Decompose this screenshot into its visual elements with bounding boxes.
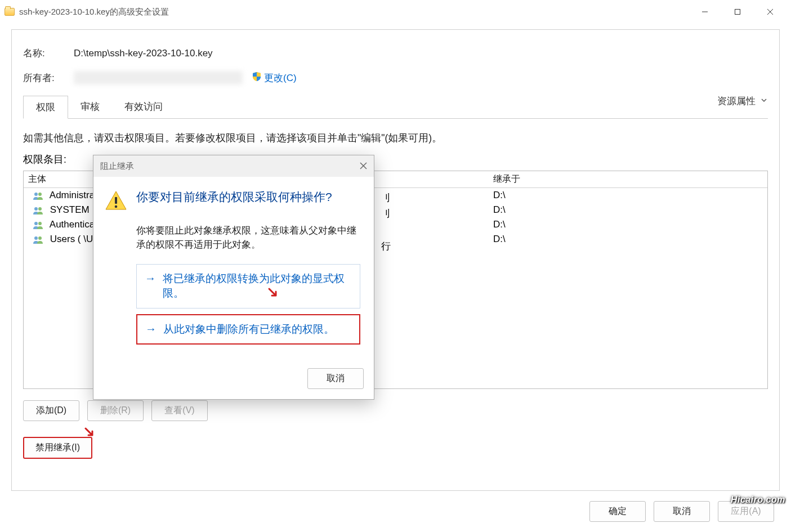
svg-point-6 [34, 207, 38, 211]
svg-point-8 [34, 222, 38, 225]
partial-cell: 刂 [381, 191, 391, 204]
svg-point-15 [115, 205, 118, 208]
change-owner-link[interactable]: 更改(C) [264, 71, 297, 84]
svg-point-7 [38, 207, 42, 211]
remove-button: 删除(R) [87, 400, 144, 421]
tabs: 权限 审核 有效访问 [23, 96, 768, 119]
option-text: 从此对象中删除所有已继承的权限。 [163, 322, 334, 337]
window-controls [689, 1, 786, 23]
svg-point-4 [34, 193, 38, 196]
option-text: 将已继承的权限转换为此对象的显式权限。 [163, 271, 352, 301]
name-field: 名称: D:\temp\ssh-key-2023-10-10.key [23, 47, 768, 60]
users-icon [33, 221, 44, 230]
maximize-button[interactable] [721, 1, 754, 23]
modal-close-button[interactable] [360, 162, 367, 171]
titlebar: ssh-key-2023-10-10.key的高级安全设置 [0, 0, 791, 24]
view-button: 查看(V) [151, 400, 208, 421]
svg-point-10 [34, 236, 38, 240]
resource-attributes-toggle[interactable]: 资源属性 [717, 95, 768, 108]
ok-button[interactable]: 确定 [589, 501, 646, 522]
name-label: 名称: [23, 47, 74, 60]
users-icon [33, 191, 44, 200]
arrow-right-icon: → [145, 272, 156, 285]
inherit-cell: D:\ [491, 204, 767, 216]
tab-effective-access[interactable]: 有效访问 [112, 96, 175, 119]
inherit-cell: D:\ [491, 219, 767, 230]
users-icon [33, 206, 44, 215]
svg-point-9 [38, 222, 42, 225]
owner-field: 所有者: 更改(C) [23, 71, 768, 84]
inherit-cell: D:\ [491, 234, 767, 245]
col-inherited-from[interactable]: 继承于 [491, 173, 767, 185]
info-text: 如需其他信息，请双击权限项目。若要修改权限项目，请选择该项目并单击"编辑"(如果… [23, 131, 768, 145]
close-button[interactable] [754, 1, 786, 23]
shield-icon [252, 71, 262, 84]
watermark: Hicairo.com [731, 495, 785, 505]
svg-point-11 [38, 236, 42, 240]
svg-point-5 [38, 193, 42, 196]
tab-permissions[interactable]: 权限 [23, 96, 68, 119]
tab-audit[interactable]: 审核 [68, 96, 112, 119]
name-value: D:\temp\ssh-key-2023-10-10.key [74, 48, 213, 59]
window-title: ssh-key-2023-10-10.key的高级安全设置 [19, 7, 169, 17]
arrow-right-icon: → [145, 323, 157, 336]
minimize-button[interactable] [689, 1, 721, 23]
modal-description: 你将要阻止此对象继承权限，这意味着从父对象中继承的权限不再适用于此对象。 [136, 223, 360, 252]
modal-title: 阻止继承 [100, 161, 134, 172]
principal-name: Users ( \U [50, 234, 93, 244]
option-convert-permissions[interactable]: → 将已继承的权限转换为此对象的显式权限。 [136, 264, 360, 309]
chevron-down-icon [760, 96, 768, 107]
disable-inheritance-button[interactable]: 禁用继承(I) [23, 437, 92, 459]
owner-label: 所有者: [23, 71, 74, 84]
owner-value-redacted [74, 71, 243, 84]
principal-name: SYSTEM [50, 204, 90, 215]
resource-attr-label: 资源属性 [717, 95, 756, 108]
modal-titlebar: 阻止继承 [93, 155, 374, 177]
inherit-row: 禁用继承(I) [23, 437, 768, 459]
cancel-button[interactable]: 取消 [654, 501, 710, 522]
folder-icon [5, 8, 15, 16]
warning-icon [105, 190, 127, 213]
svg-rect-14 [115, 197, 117, 204]
add-button[interactable]: 添加(D) [23, 400, 79, 421]
partial-cell: 刂 [381, 207, 391, 220]
svg-rect-1 [735, 10, 740, 15]
block-inheritance-dialog: 阻止继承 你要对目前继承的权限采取何种操作? 你将要阻止此对象继承权限，这意味着… [93, 155, 374, 400]
inherit-cell: D:\ [491, 190, 767, 201]
action-buttons: 添加(D) 删除(R) 查看(V) [23, 400, 768, 421]
modal-cancel-button[interactable]: 取消 [307, 368, 364, 389]
modal-body: 你要对目前继承的权限采取何种操作? 你将要阻止此对象继承权限，这意味着从父对象中… [93, 177, 374, 363]
modal-footer: 取消 [93, 363, 374, 399]
option-remove-permissions[interactable]: → 从此对象中删除所有已继承的权限。 [136, 314, 360, 345]
users-icon [33, 235, 44, 244]
modal-question: 你要对目前继承的权限采取何种操作? [136, 189, 332, 205]
dialog-buttons: 确定 取消 应用(A) [0, 491, 791, 532]
partial-cell: 行 [381, 240, 391, 253]
